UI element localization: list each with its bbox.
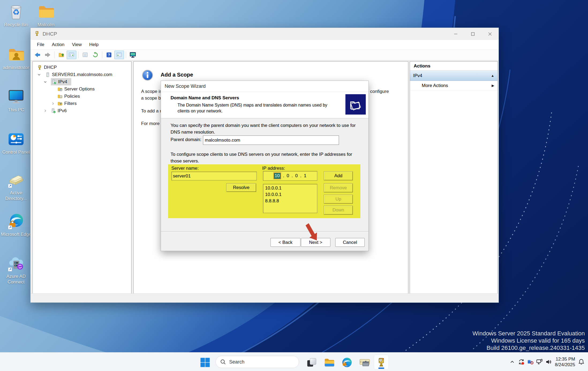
ip-address-input[interactable]: 10 . 0 . 0 . 1 — [263, 171, 317, 181]
ip-octet-1[interactable]: 10 — [274, 173, 281, 179]
desktop-icon-azure-ad-connect[interactable]: ↗ Azure AD Connect — [0, 255, 32, 285]
resolve-button[interactable]: Resolve — [226, 183, 256, 192]
azure-ad-sync-tray-icon[interactable] — [526, 353, 535, 371]
desktop-icon-edge[interactable]: ↗ Microsoft Edge — [0, 213, 32, 237]
forward-button[interactable] — [43, 51, 52, 59]
ip-dot: . — [300, 173, 301, 179]
chevron-down-icon[interactable] — [37, 73, 41, 76]
server-icon — [45, 72, 50, 77]
add-button[interactable]: Add — [324, 171, 353, 180]
cancel-button[interactable]: Cancel — [335, 238, 365, 247]
sync-status-icon[interactable] — [517, 353, 526, 371]
show-action-pane-button[interactable] — [114, 51, 124, 59]
chevron-down-icon[interactable] — [44, 80, 47, 84]
search-placeholder: Search — [229, 359, 244, 365]
menu-view[interactable]: View — [68, 40, 86, 49]
content-text-fragment: a scope b — [141, 96, 161, 101]
wizard-footer-separator — [161, 231, 368, 232]
dns-list-item[interactable]: 10.0.0.1 — [265, 191, 315, 198]
desktop-icon-label: This PC — [0, 107, 32, 113]
title-bar[interactable]: DHCP — [31, 28, 499, 40]
task-view-button[interactable] — [305, 356, 318, 369]
maximize-button[interactable] — [464, 28, 481, 40]
menu-bar: File Action View Help — [31, 40, 499, 50]
dns-list-item[interactable]: 8.8.8.8 — [265, 198, 315, 204]
up-button[interactable]: Up — [324, 195, 353, 204]
down-button[interactable]: Down — [324, 206, 353, 215]
toolbar-separator — [126, 51, 126, 58]
tree-item-ipv4[interactable]: IPv4 — [44, 78, 67, 85]
refresh-button[interactable] — [91, 51, 100, 59]
tree-item-filters[interactable]: Filters — [51, 100, 77, 107]
ip-octet-2[interactable]: 0 — [287, 173, 289, 179]
dhcp-taskbar-button[interactable] — [374, 355, 389, 370]
search-box[interactable]: Search — [216, 356, 299, 368]
back-button[interactable] — [33, 51, 42, 59]
menu-action[interactable]: Action — [48, 40, 68, 49]
properties-button[interactable] — [80, 51, 90, 59]
show-hidden-icons-button[interactable] — [508, 353, 517, 371]
start-button[interactable] — [199, 356, 212, 369]
windows-watermark: Windows Server 2025 Standard Evaluation … — [473, 330, 585, 351]
remove-button[interactable]: Remove — [324, 183, 353, 192]
remove-label: Remove — [330, 185, 347, 191]
dns-entry-highlight-panel: Server name: server01 Resolve IP address… — [168, 164, 360, 218]
toolbar-separator — [78, 51, 78, 58]
desktop-icon-this-pc[interactable]: This PC — [0, 88, 32, 113]
ip-octet-3[interactable]: 0 — [295, 173, 298, 179]
clock[interactable]: 12:35 PM 8/24/2025 — [555, 356, 575, 368]
minimize-button[interactable] — [447, 28, 464, 40]
dhcp-console-button[interactable] — [128, 51, 138, 59]
tree-item-dhcp-root[interactable]: DHCP — [37, 64, 57, 71]
wizard-title-bar[interactable]: New Scope Wizard — [161, 81, 368, 92]
menu-help[interactable]: Help — [85, 40, 102, 49]
wizard-title: New Scope Wizard — [165, 84, 206, 89]
server-manager-button[interactable] — [358, 356, 371, 369]
actions-group-ipv4[interactable]: IPv4 ▲ — [410, 71, 497, 81]
collapse-chevron-icon[interactable]: ▲ — [491, 74, 494, 78]
server-name-input[interactable]: server01 — [171, 172, 257, 180]
desktop-icon-malcolm-folder[interactable]: Malcolm — [30, 3, 62, 28]
dhcp-root-icon — [37, 65, 42, 70]
ip-octet-4[interactable]: 1 — [304, 173, 306, 179]
submenu-arrow-icon: ▶ — [492, 84, 494, 88]
edge-taskbar-button[interactable] — [341, 356, 353, 369]
control-panel-icon — [7, 131, 25, 148]
tree-item-policies[interactable]: Policies — [57, 93, 80, 100]
active-directory-icon: ↗ — [7, 171, 25, 188]
svg-text:?: ? — [108, 53, 110, 57]
desktop-icon-recycle-bin[interactable]: ♻ Recycle Bin — [0, 3, 32, 28]
desktop-icon-active-directory[interactable]: ↗ Active Directory... — [0, 171, 32, 201]
actions-more-actions[interactable]: More Actions ▶ — [410, 81, 497, 90]
close-button[interactable] — [481, 28, 499, 40]
dns-server-listbox[interactable]: 10.0.0.1 10.0.0.1 8.8.8.8 — [263, 184, 317, 213]
network-icon[interactable] — [535, 353, 544, 371]
notifications-bell-icon[interactable] — [577, 353, 586, 371]
ip-dot: . — [283, 173, 284, 179]
folder-icon — [37, 3, 55, 20]
chevron-right-icon[interactable] — [44, 109, 47, 112]
export-list-button[interactable] — [56, 51, 66, 59]
wizard-page-title: Domain Name and DNS Servers — [171, 95, 239, 101]
desktop-icon-control-panel[interactable]: Control Panel — [0, 131, 32, 155]
parent-domain-input[interactable]: malcolmsoto.com — [203, 135, 339, 145]
volume-icon[interactable] — [544, 353, 553, 371]
tree-item-server[interactable]: SERVER01.malcolmsoto.com — [37, 71, 112, 78]
menu-file[interactable]: File — [33, 40, 48, 49]
desktop: ♻ Recycle Bin Malcolm administrator — [0, 0, 588, 371]
chevron-right-icon[interactable] — [51, 102, 55, 105]
desktop-icon-administrator[interactable]: administrator — [0, 46, 32, 70]
back-button-wizard[interactable]: < Back — [270, 238, 300, 247]
show-console-tree-button[interactable] — [67, 51, 76, 59]
file-explorer-button[interactable] — [323, 356, 336, 369]
edge-icon: ↗ — [7, 213, 25, 230]
tree-item-ipv6[interactable]: IPv6 — [44, 107, 67, 114]
desktop-icon-label: Recycle Bin — [0, 22, 32, 28]
help-button[interactable]: ? — [104, 51, 114, 59]
dns-list-item[interactable]: 10.0.0.1 — [265, 185, 315, 191]
wizard-header: Domain Name and DNS Servers The Domain N… — [161, 92, 368, 118]
tree-label: Filters — [64, 101, 77, 106]
watermark-line3: Build 26100.ge_release.240331-1435 — [473, 344, 585, 351]
tree-item-server-options[interactable]: Server Options — [57, 85, 95, 93]
search-icon — [220, 359, 226, 365]
